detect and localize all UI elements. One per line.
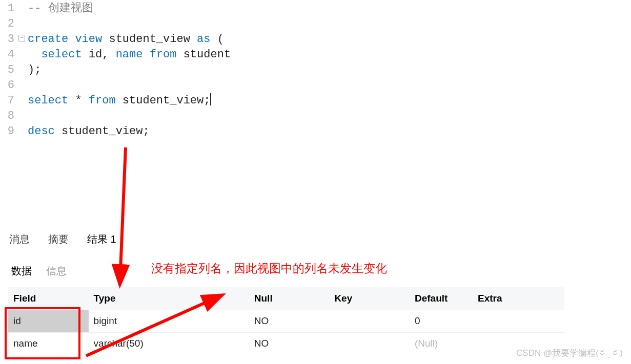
col-header-type[interactable]: Type bbox=[89, 287, 249, 310]
code-token: from bbox=[89, 94, 123, 107]
result-section-tabs: 消息摘要结果 1 bbox=[0, 225, 631, 257]
subtab-信息[interactable]: 信息 bbox=[46, 264, 67, 278]
result-sub-tabs: 数据信息 bbox=[5, 257, 626, 287]
code-token: * bbox=[75, 94, 88, 107]
code-line[interactable] bbox=[28, 16, 231, 32]
subtab-数据[interactable]: 数据 bbox=[11, 264, 32, 278]
cell-field[interactable]: id bbox=[8, 310, 89, 332]
line-number: 9 bbox=[0, 124, 14, 139]
table-header-row: FieldTypeNullKeyDefaultExtra bbox=[8, 287, 564, 310]
code-line[interactable]: select * from student_view; bbox=[28, 93, 231, 109]
code-token: name from bbox=[116, 48, 184, 61]
tab-结果 1[interactable]: 结果 1 bbox=[85, 229, 118, 251]
col-header-extra[interactable]: Extra bbox=[473, 287, 564, 310]
cell-field[interactable]: name bbox=[8, 332, 89, 355]
line-number: 5 bbox=[0, 62, 14, 78]
text-cursor bbox=[210, 93, 211, 105]
cell-key[interactable] bbox=[329, 332, 410, 355]
code-line[interactable] bbox=[28, 78, 231, 93]
line-number: 1 bbox=[0, 1, 14, 16]
line-number: 3 bbox=[0, 32, 14, 47]
cell-extra[interactable] bbox=[473, 310, 564, 332]
code-token: select bbox=[28, 94, 75, 107]
results-panel: 数据信息 FieldTypeNullKeyDefaultExtra idbigi… bbox=[0, 257, 631, 355]
cell-default[interactable]: 0 bbox=[410, 310, 473, 332]
line-number: 8 bbox=[0, 109, 14, 124]
code-line[interactable]: create view student_view as ( bbox=[28, 32, 231, 47]
line-number-gutter: 123456789 bbox=[0, 1, 18, 139]
cell-type[interactable]: bigint bbox=[89, 310, 249, 332]
line-number: 6 bbox=[0, 78, 14, 93]
fold-column bbox=[18, 1, 28, 139]
cell-default[interactable]: (Null) bbox=[410, 332, 473, 355]
table-row[interactable]: namevarchar(50)NO(Null) bbox=[8, 332, 564, 355]
code-token: -- bbox=[28, 2, 48, 15]
code-token: student_view; bbox=[123, 94, 211, 107]
fold-toggle-icon[interactable] bbox=[18, 35, 25, 41]
code-token: id, bbox=[89, 48, 116, 61]
code-line[interactable]: desc student_view; bbox=[28, 124, 231, 139]
sql-editor[interactable]: 123456789 -- 创建视图create view student_vie… bbox=[0, 0, 631, 225]
code-token: 创建视图 bbox=[48, 2, 93, 15]
tab-消息[interactable]: 消息 bbox=[7, 229, 32, 251]
tab-摘要[interactable]: 摘要 bbox=[46, 229, 71, 251]
code-token bbox=[28, 48, 41, 61]
table-row[interactable]: idbigintNO0 bbox=[8, 310, 564, 332]
code-line[interactable]: -- 创建视图 bbox=[28, 1, 231, 16]
line-number: 7 bbox=[0, 93, 14, 109]
line-number: 4 bbox=[0, 47, 14, 62]
code-line[interactable] bbox=[28, 109, 231, 124]
code-lines[interactable]: -- 创建视图create view student_view as ( sel… bbox=[28, 1, 231, 139]
code-line[interactable]: ); bbox=[28, 62, 231, 78]
col-header-default[interactable]: Default bbox=[410, 287, 473, 310]
cell-key[interactable] bbox=[329, 310, 410, 332]
code-token: ( bbox=[217, 33, 224, 46]
code-token: student_view; bbox=[62, 125, 150, 138]
col-header-null[interactable]: Null bbox=[249, 287, 330, 310]
describe-result-table: FieldTypeNullKeyDefaultExtra idbigintNO0… bbox=[8, 287, 564, 355]
code-line[interactable]: select id, name from student bbox=[28, 47, 231, 62]
code-token: select bbox=[41, 48, 88, 61]
cell-null[interactable]: NO bbox=[249, 332, 330, 355]
code-token: desc bbox=[28, 125, 62, 138]
watermark-text: CSDN @我要学编程(ಥ_ಥ) bbox=[516, 347, 623, 359]
col-header-field[interactable]: Field bbox=[8, 287, 89, 310]
code-token: student bbox=[184, 48, 231, 61]
cell-type[interactable]: varchar(50) bbox=[89, 332, 249, 355]
cell-null[interactable]: NO bbox=[249, 310, 330, 332]
line-number: 2 bbox=[0, 16, 14, 32]
code-token: student_view bbox=[109, 33, 197, 46]
code-token: as bbox=[197, 33, 217, 46]
code-token: create view bbox=[28, 33, 109, 46]
col-header-key[interactable]: Key bbox=[329, 287, 410, 310]
code-token: ); bbox=[28, 63, 41, 76]
